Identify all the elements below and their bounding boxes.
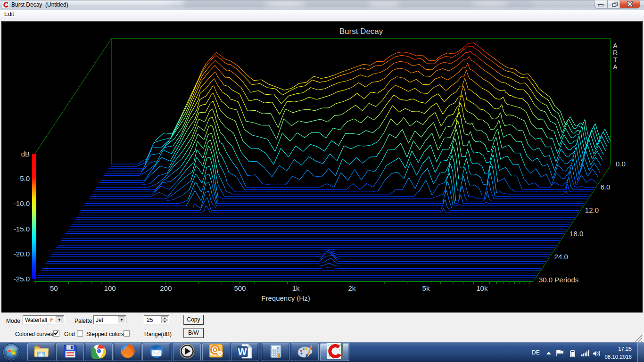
svg-text:100: 100: [104, 284, 116, 292]
svg-text:0.0: 0.0: [616, 160, 626, 168]
svg-text:-10.0: -10.0: [14, 199, 30, 207]
svg-text:1k: 1k: [292, 284, 300, 292]
svg-text:12.0: 12.0: [585, 206, 599, 214]
svg-text:Burst Decay: Burst Decay: [339, 27, 383, 36]
svg-text:Frequency (Hz): Frequency (Hz): [261, 294, 310, 302]
svg-text:-25.0: -25.0: [14, 275, 30, 283]
svg-text:dB: dB: [21, 150, 30, 158]
svg-text:50: 50: [50, 284, 58, 292]
svg-text:500: 500: [234, 284, 246, 292]
svg-text:200: 200: [160, 284, 172, 292]
svg-text:2k: 2k: [348, 284, 355, 292]
svg-text:A: A: [613, 42, 618, 49]
svg-text:-20.0: -20.0: [14, 250, 30, 258]
svg-text:18.0: 18.0: [570, 230, 583, 238]
svg-text:R: R: [613, 49, 618, 57]
svg-text:-5.0: -5.0: [17, 174, 30, 182]
svg-text:W: W: [238, 346, 247, 357]
svg-text:5k: 5k: [422, 284, 430, 292]
svg-text:10k: 10k: [476, 284, 488, 292]
svg-text:T: T: [613, 56, 618, 64]
svg-text:24.0: 24.0: [554, 253, 568, 261]
svg-text:6.0: 6.0: [600, 183, 610, 191]
svg-text:30.0 Periods: 30.0 Periods: [539, 276, 578, 284]
svg-text:A: A: [613, 63, 618, 71]
svg-text:-15.0: -15.0: [14, 225, 30, 233]
